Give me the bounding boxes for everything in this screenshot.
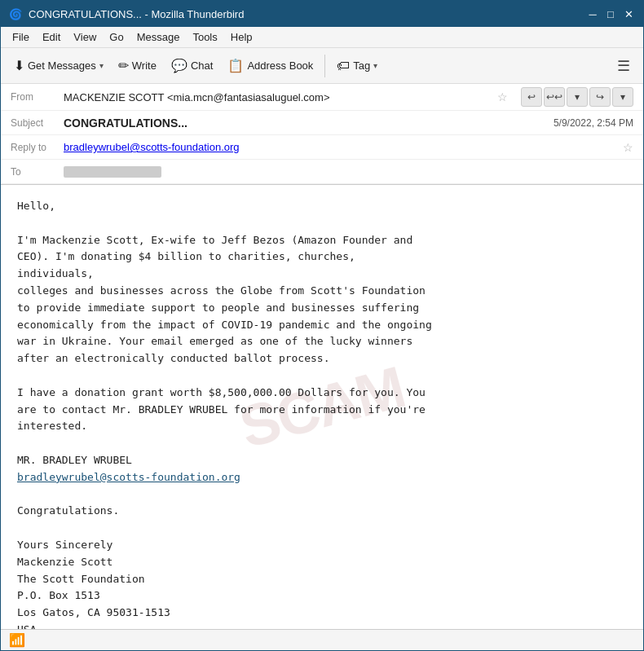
content-area: From MACKENZIE SCOTT <mia.mcn@fantasiasa…	[1, 84, 643, 650]
chat-icon: 💬	[171, 58, 187, 73]
tag-label: Tag	[353, 59, 370, 72]
menu-edit[interactable]: Edit	[37, 29, 65, 45]
hamburger-menu-button[interactable]: ☰	[611, 54, 637, 78]
to-value-redacted	[64, 166, 161, 178]
minimize-button[interactable]: ─	[586, 7, 599, 20]
from-row: From MACKENZIE SCOTT <mia.mcn@fantasiasa…	[1, 84, 643, 111]
menu-help[interactable]: Help	[226, 29, 258, 45]
email-date: 5/9/2022, 2:54 PM	[554, 117, 633, 129]
to-row: To	[1, 160, 643, 184]
chat-button[interactable]: 💬 Chat	[165, 55, 219, 77]
subject-label: Subject	[11, 117, 64, 129]
menu-bar: File Edit View Go Message Tools Help	[1, 27, 643, 48]
write-label: Write	[132, 59, 157, 72]
email-paragraph-2: I have a donation grant worth $8,500,000…	[17, 385, 627, 435]
status-bar: 📶	[1, 629, 643, 650]
maximize-button[interactable]: □	[604, 7, 617, 20]
menu-tools[interactable]: Tools	[187, 29, 222, 45]
to-label: To	[11, 166, 64, 178]
email-nav-buttons: ↩ ↩↩ ▾ ↪ ▾	[521, 87, 633, 107]
nav-dropdown-button[interactable]: ▾	[567, 87, 588, 107]
write-icon: ✏	[118, 58, 129, 73]
subject-value: CONGRATULATIONS...	[64, 117, 554, 130]
window-title: CONGRATULATIONS... - Mozilla Thunderbird	[29, 8, 244, 20]
chat-label: Chat	[191, 59, 213, 72]
from-value: MACKENZIE SCOTT <mia.mcn@fantasiasalugue…	[64, 91, 497, 103]
reply-button[interactable]: ↩	[521, 87, 542, 107]
thunderbird-window: 🌀 CONGRATULATIONS... - Mozilla Thunderbi…	[0, 0, 644, 651]
email-paragraph-1: I'm Mackenzie Scott, Ex-wife to Jeff Bez…	[17, 232, 627, 367]
email-contact-name: MR. BRADLEY WRUBEL	[17, 452, 627, 469]
get-messages-label: Get Messages	[28, 59, 96, 72]
toolbar-divider	[324, 55, 325, 77]
subject-row: Subject CONGRATULATIONS... 5/9/2022, 2:5…	[1, 111, 643, 135]
reply-to-row: Reply to bradleywrubel@scotts-foundation…	[1, 135, 643, 160]
tag-icon: 🏷	[337, 59, 350, 73]
from-star-icon[interactable]: ☆	[497, 90, 508, 103]
email-body-content: Hello, I'm Mackenzie Scott, Ex-wife to J…	[17, 198, 627, 629]
title-bar: 🌀 CONGRATULATIONS... - Mozilla Thunderbi…	[1, 1, 643, 27]
from-label: From	[11, 91, 64, 103]
email-congratulations: Congratulations.	[17, 503, 627, 520]
email-body[interactable]: SCAM Hello, I'm Mackenzie Scott, Ex-wife…	[1, 185, 643, 629]
menu-go[interactable]: Go	[104, 29, 128, 45]
email-greeting: Hello,	[17, 198, 627, 215]
reply-to-star-icon[interactable]: ☆	[623, 141, 633, 154]
email-header: From MACKENZIE SCOTT <mia.mcn@fantasiasa…	[1, 84, 643, 185]
menu-file[interactable]: File	[7, 29, 34, 45]
reply-to-label: Reply to	[11, 142, 64, 153]
get-messages-icon: ⬇	[14, 58, 24, 73]
address-book-icon: 📋	[227, 58, 244, 73]
write-button[interactable]: ✏ Write	[112, 55, 163, 77]
address-book-button[interactable]: 📋 Address Book	[221, 55, 320, 77]
menu-view[interactable]: View	[68, 29, 101, 45]
connection-status-icon: 📶	[9, 632, 25, 648]
close-button[interactable]: ✕	[622, 7, 635, 20]
more-button[interactable]: ▾	[612, 87, 633, 107]
reply-to-link[interactable]: bradleywrubel@scotts-foundation.org	[64, 141, 240, 153]
get-messages-dropdown-icon[interactable]: ▾	[99, 61, 104, 70]
email-signature: Yours Sincerely Mackenzie Scott The Scot…	[17, 537, 627, 629]
tag-button[interactable]: 🏷 Tag ▾	[330, 55, 384, 77]
title-bar-controls: ─ □ ✕	[586, 7, 635, 20]
address-book-label: Address Book	[247, 59, 313, 72]
app-logo: 🌀	[9, 8, 22, 20]
forward-button[interactable]: ↪	[589, 87, 611, 107]
menu-message[interactable]: Message	[132, 29, 185, 45]
tag-dropdown-icon[interactable]: ▾	[373, 61, 377, 70]
get-messages-button[interactable]: ⬇ Get Messages ▾	[7, 55, 110, 77]
toolbar: ⬇ Get Messages ▾ ✏ Write 💬 Chat 📋 Addres…	[1, 48, 643, 84]
contact-email-link[interactable]: bradleywrubel@scotts-foundation.org	[17, 471, 240, 483]
title-bar-left: 🌀 CONGRATULATIONS... - Mozilla Thunderbi…	[9, 8, 244, 20]
reply-all-button[interactable]: ↩↩	[544, 87, 565, 107]
reply-to-value: bradleywrubel@scotts-foundation.org	[64, 141, 623, 153]
